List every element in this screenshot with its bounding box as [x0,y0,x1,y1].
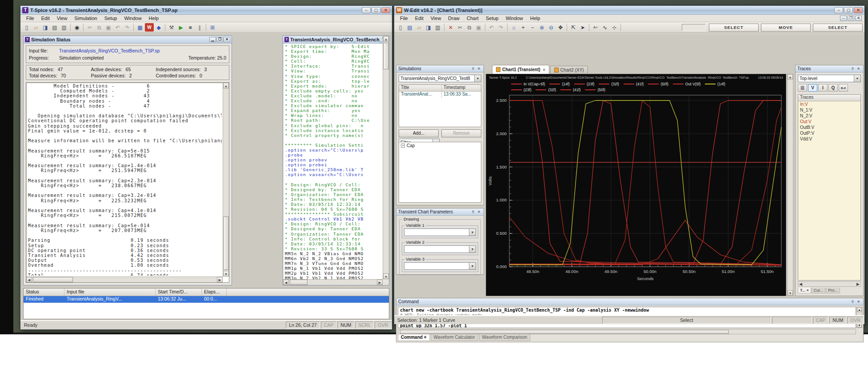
pin-icon[interactable]: ⚲ [470,66,476,71]
home-view-icon[interactable]: ⌂ [509,23,518,32]
trace-marker-icon[interactable]: ⊹ [610,23,619,32]
paste-icon[interactable]: ▣ [104,23,113,32]
traces-horizontal-scrollbar[interactable]: ◀ ▶ [798,281,861,287]
trace-item[interactable]: Out:V [798,119,860,124]
close-button[interactable]: ✕ [854,7,863,13]
run-simulation-icon[interactable]: ▶ [176,23,185,32]
traces-list-header[interactable]: Traces [798,95,860,101]
trace-item[interactable]: OutP:V [798,130,860,136]
find-icon[interactable]: ◉ [72,23,81,32]
scroll-up-arrow[interactable]: ▲ [788,74,793,80]
scroll-down-arrow[interactable]: ▼ [788,290,793,296]
pin-icon[interactable]: ⚲ [850,299,856,304]
pause-simulation-icon[interactable]: ∥ [195,23,204,32]
zoom-in-icon[interactable]: ＋ [519,23,528,32]
remove-button[interactable]: Remove [441,129,481,137]
command-tab-3[interactable]: Waveform Comparison [479,334,531,341]
pin-icon[interactable]: ⚲ [850,66,856,71]
undo-icon[interactable]: ↶ [113,23,122,32]
close-icon[interactable]: ✕ [856,66,861,71]
new-file-icon[interactable]: ▯ [396,23,405,32]
menu-file[interactable]: File [397,15,411,21]
menu-help[interactable]: Help [527,15,544,21]
trace-item[interactable]: N_1:V [798,107,860,113]
menu-window[interactable]: Window [121,15,144,21]
menu-help[interactable]: Help [146,15,162,21]
close-button[interactable]: ✕ [381,7,390,13]
pin-icon[interactable]: ⚲ [470,209,476,214]
tab-chart1-transient[interactable]: Chart1 (Transient) × [492,65,549,74]
paste-icon[interactable]: ▣ [474,23,483,32]
traces-panel-titlebar[interactable]: Traces ⚲ ✕ [796,65,863,72]
setup-simulation-icon[interactable]: ⚒ [167,23,176,32]
column-header-input-file[interactable]: Input file [64,289,156,296]
scroll-thumb[interactable] [383,43,389,69]
trace-scope-combo[interactable]: Top-level ▼ [798,75,861,82]
tspice-titlebar[interactable]: T T-Spice v16.2 - TransientAnalysis_Ring… [20,6,392,15]
w-edit-launch-icon[interactable]: W [145,23,154,32]
menu-draw[interactable]: Draw [445,15,463,21]
maximize-button[interactable]: ▢ [844,7,853,13]
column-header-title[interactable]: Title [399,85,442,91]
mode-box-select-2[interactable]: SELECT [813,24,863,32]
print-icon[interactable]: ▥ [433,23,442,32]
delete-icon[interactable]: ✕ [446,23,455,32]
command-panel-titlebar[interactable]: Command ⚲ ✕ [396,298,863,305]
cut-icon[interactable]: ✂ [85,23,94,32]
mdi-close-button[interactable]: ✕ [855,16,862,21]
print-preview-icon[interactable]: ▥ [60,23,68,32]
restore-button[interactable]: ❐ [216,37,223,42]
redo-icon[interactable]: ↷ [496,23,505,32]
charge-filter-icon[interactable]: Q [828,84,838,92]
new-chart-icon[interactable]: ▤ [405,23,414,32]
tab-chart2-xy[interactable]: Chart2 (XY) [550,66,588,74]
menu-edit[interactable]: Edit [412,15,427,21]
tree-expand-icon[interactable]: + [401,144,405,148]
waveform-chart-canvas[interactable]: Tanner T-Spice 16.2 C:\Users\pnilangi\Do… [486,74,786,296]
copy-icon[interactable]: ⧉ [95,23,104,32]
editor-text-area[interactable]: * SPICE export by: S-Edit* Export time: … [284,44,383,279]
log-horizontal-scrollbar[interactable]: ◀ ▶ [26,277,223,282]
redo-icon[interactable]: ↷ [123,23,132,32]
column-header-start-time[interactable]: Start Time/D... [156,289,202,296]
scroll-left-arrow[interactable]: ◀ [26,277,32,282]
variable-combo-2[interactable]: ▼ [404,245,476,253]
zoom-box-icon[interactable]: ⊕ [537,23,546,32]
menu-view[interactable]: View [428,15,444,21]
trace-item[interactable]: Vdd:V [798,136,860,142]
mdi-restore-button[interactable]: ❐ [848,16,854,21]
column-header-status[interactable]: Status [24,289,64,296]
copy-icon[interactable]: ⧉ [465,23,474,32]
close-icon[interactable]: ✕ [856,299,861,304]
scroll-up-arrow[interactable]: ▲ [383,36,389,42]
chart-vertical-scrollbar[interactable]: ▲ ▼ [787,74,793,296]
scroll-down-arrow[interactable]: ▼ [383,273,389,279]
current-filter-icon[interactable]: I [818,84,828,92]
trace-item[interactable]: OutB:V [798,124,860,130]
scroll-up-arrow[interactable]: ▲ [223,83,229,88]
print-icon[interactable]: ▤ [50,23,59,32]
scroll-thumb[interactable] [33,277,73,282]
jobs-table-header[interactable]: Status Input file Start Time/D... Elaps.… [24,289,389,296]
menu-chart[interactable]: Chart [464,15,482,21]
zoom-out-icon[interactable]: − [528,23,537,32]
scroll-right-arrow[interactable]: ▶ [217,277,223,282]
command-horizontal-scrollbar[interactable] [398,329,856,334]
menu-setup[interactable]: Setup [483,15,502,21]
scroll-thumb[interactable] [290,280,308,285]
chevron-down-icon[interactable]: ▼ [469,246,476,253]
variable-combo-3[interactable]: ▼ [404,262,476,270]
command-tab-2[interactable]: Waveform Calculator [431,334,478,341]
close-icon[interactable]: ✕ [476,209,482,214]
cursor-icon[interactable]: ➤ [578,23,587,32]
chevron-down-icon[interactable]: ▼ [469,263,476,269]
insert-command-icon[interactable]: ▦ [136,23,144,32]
mode-box-move[interactable]: MOVE [761,24,811,32]
hierarchy-icon[interactable]: ⊞ [208,23,217,32]
simulation-log[interactable]: Model Definitions - 6 Computed Models - … [26,82,229,283]
log-vertical-scrollbar[interactable]: ▲ ▼ [223,83,229,277]
scroll-left-arrow[interactable]: ◀ [799,282,802,286]
simulation-status-titlebar[interactable]: T Simulation Status ▁ ❐ ✕ [24,36,232,44]
trace-item[interactable]: In:V [798,101,860,107]
job-row-selected[interactable]: Finished TransientAnalysis_RingV... 13:0… [24,296,389,303]
